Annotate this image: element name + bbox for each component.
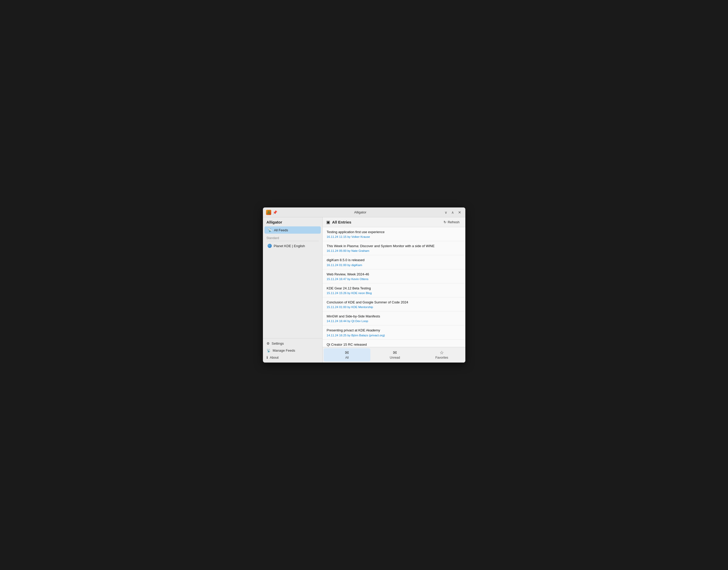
tab-unread-label: Unread: [390, 356, 400, 359]
tab-favorites-icon: ☆: [440, 350, 444, 355]
content-title-group: ▣ All Entries: [326, 220, 351, 225]
refresh-icon: ↻: [443, 220, 446, 224]
entry-item[interactable]: This Week in Plasma: Discover and System…: [323, 241, 465, 255]
refresh-label: Refresh: [448, 220, 460, 224]
entry-title: Presenting privact at KDE Akademy: [327, 328, 461, 333]
titlebar: 🐊 📌 Alligator ∨ ∧ ✕: [263, 208, 465, 217]
entry-title: KDE Gear 24.12 Beta Testing: [327, 286, 461, 291]
sidebar-section-standard: Standard: [263, 234, 322, 241]
app-window: 🐊 📌 Alligator ∨ ∧ ✕ Alligator 📡 All Feed…: [263, 208, 465, 362]
sidebar-bottom: ⚙ Settings 📡 Manage Feeds ℹ About: [263, 338, 322, 362]
tab-all-icon: ✉: [345, 350, 349, 355]
tab-unread[interactable]: ✉ Unread: [371, 347, 418, 362]
sidebar-item-planet-kde-label: Planet KDE | English: [274, 244, 305, 248]
entry-title: This Week in Plasma: Discover and System…: [327, 244, 461, 248]
settings-label: Settings: [272, 341, 284, 345]
manage-feeds-icon: 📡: [266, 348, 271, 352]
main-layout: Alligator 📡 All Feeds Standard Planet KD…: [263, 217, 465, 362]
app-icon: 🐊: [266, 210, 271, 215]
close-button[interactable]: ✕: [457, 210, 462, 215]
manage-feeds-label: Manage Feeds: [273, 348, 295, 352]
content-header: ▣ All Entries ↻ Refresh: [323, 217, 465, 227]
tab-favorites-label: Favorites: [435, 356, 448, 359]
about-label: About: [270, 355, 279, 359]
sidebar-item-all-feeds[interactable]: 📡 All Feeds: [264, 226, 321, 234]
entry-item[interactable]: digiKam 8.5.0 is released16.11.24 01:00 …: [323, 255, 465, 269]
rss-icon: 📡: [267, 228, 272, 232]
pin-icon: 📌: [273, 210, 277, 215]
entry-title: Testing application first use experience: [327, 230, 461, 234]
entry-title: Conclusion of KDE and Google Summer of C…: [327, 300, 461, 305]
settings-icon: ⚙: [266, 341, 269, 345]
entry-meta: 14.11.24 16:44 by Qt Dev Loop: [327, 319, 461, 323]
entry-title: MinGW and Side-by-Side Manifests: [327, 314, 461, 319]
tab-unread-icon: ✉: [393, 350, 397, 355]
entry-item[interactable]: Presenting privact at KDE Akademy14.11.2…: [323, 325, 465, 339]
tab-all[interactable]: ✉ All: [324, 348, 371, 361]
sidebar-item-planet-kde[interactable]: Planet KDE | English: [264, 242, 321, 250]
about-icon: ℹ: [266, 355, 268, 359]
tab-favorites[interactable]: ☆ Favorites: [418, 347, 465, 362]
entry-meta: 16.11.24 11:15 by Volker Krause: [327, 235, 461, 238]
refresh-button[interactable]: ↻ Refresh: [441, 219, 462, 225]
entry-item[interactable]: Testing application first use experience…: [323, 227, 465, 241]
sidebar-divider: [266, 241, 319, 241]
entry-meta: 16.11.24 01:00 by digiKam: [327, 264, 461, 267]
titlebar-title: Alligator: [277, 210, 443, 214]
entry-meta: 15.11.24 15:26 by KDE neon Blog: [327, 291, 461, 295]
sidebar-settings[interactable]: ⚙ Settings: [263, 340, 322, 347]
content-title: All Entries: [332, 220, 351, 224]
entry-title: digiKam 8.5.0 is released: [327, 258, 461, 262]
sidebar-all-feeds-label: All Feeds: [274, 228, 288, 232]
entry-meta: 16.11.24 05:00 by Nate Graham: [327, 249, 461, 252]
entry-meta: 15.11.24 01:00 by KDE Mentorship: [327, 305, 461, 309]
maximize-button[interactable]: ∧: [450, 210, 455, 215]
entry-title: Web Review, Week 2024-46: [327, 272, 461, 277]
entries-icon: ▣: [326, 220, 330, 225]
entry-item[interactable]: Web Review, Week 2024-4615.11.24 16:47 b…: [323, 269, 465, 283]
entry-item[interactable]: MinGW and Side-by-Side Manifests14.11.24…: [323, 311, 465, 325]
entry-item[interactable]: Qt Creator 15 RC released14.11.24 13:45 …: [323, 340, 465, 347]
entry-title: Qt Creator 15 RC released: [327, 342, 461, 347]
entries-list: Testing application first use experience…: [323, 227, 465, 347]
entry-meta: 14.11.24 16:25 by Björn Balazs (privact.…: [327, 334, 461, 337]
titlebar-controls: ∨ ∧ ✕: [443, 210, 462, 215]
planet-kde-icon: [267, 244, 272, 248]
entry-item[interactable]: KDE Gear 24.12 Beta Testing15.11.24 15:2…: [323, 283, 465, 297]
tab-all-label: All: [345, 356, 349, 359]
minimize-button[interactable]: ∨: [443, 210, 448, 215]
sidebar: Alligator 📡 All Feeds Standard Planet KD…: [263, 217, 323, 362]
titlebar-left: 🐊 📌: [266, 210, 277, 215]
entry-meta: 15.11.24 16:47 by Kevin Ottens: [327, 277, 461, 281]
tab-bar: ✉ All ✉ Unread ☆ Favorites: [323, 347, 465, 362]
entry-item[interactable]: Conclusion of KDE and Google Summer of C…: [323, 297, 465, 311]
content-area: ▣ All Entries ↻ Refresh Testing applicat…: [323, 217, 465, 362]
sidebar-about[interactable]: ℹ About: [263, 354, 322, 361]
sidebar-manage-feeds[interactable]: 📡 Manage Feeds: [263, 347, 322, 354]
sidebar-title: Alligator: [263, 217, 322, 226]
